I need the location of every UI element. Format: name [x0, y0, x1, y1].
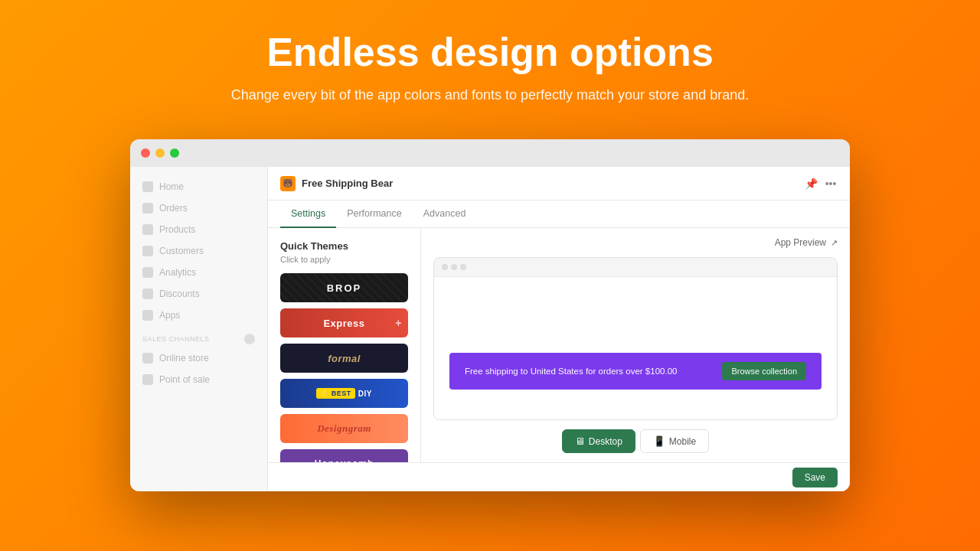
- hero-subtitle: Change every bit of the app colors and f…: [231, 85, 749, 106]
- sidebar: Home Orders Products Customers Analytics…: [130, 167, 268, 491]
- tab-advanced[interactable]: Advanced: [413, 201, 477, 228]
- top-bar-actions: 📌 •••: [804, 177, 838, 191]
- sidebar-item-online-store[interactable]: Online store: [130, 347, 267, 369]
- shipping-bar: Free shipping to United States for order…: [449, 353, 822, 390]
- theme-express[interactable]: Express +: [280, 308, 408, 337]
- hero-title: Endless design options: [231, 31, 749, 74]
- theme-formal[interactable]: formal: [280, 344, 408, 373]
- shipping-text: Free shipping to United States for order…: [465, 367, 677, 376]
- browser-dot-3: [460, 264, 466, 270]
- window-chrome: [130, 139, 850, 167]
- orders-icon: [142, 203, 153, 214]
- app-title: Free Shipping Bear: [302, 178, 393, 189]
- analytics-icon: [142, 267, 153, 278]
- main-content: 🐻 Free Shipping Bear 📌 ••• Settings Perf…: [268, 167, 850, 491]
- pin-icon[interactable]: 📌: [804, 177, 818, 191]
- theme-bestdiy[interactable]: ⭐ BEST DIY: [280, 379, 408, 408]
- close-button[interactable]: [141, 148, 150, 158]
- content-area: Quick Themes Click to apply BROP Express…: [268, 228, 850, 462]
- theme-designgram[interactable]: Designgram: [280, 414, 408, 443]
- mobile-button[interactable]: 📱 Mobile: [640, 429, 709, 453]
- top-bar: 🐻 Free Shipping Bear 📌 •••: [268, 167, 850, 201]
- app-body: Home Orders Products Customers Analytics…: [130, 167, 850, 491]
- app-window: Home Orders Products Customers Analytics…: [130, 139, 850, 491]
- save-button[interactable]: Save: [792, 468, 838, 487]
- mobile-icon: 📱: [653, 435, 665, 447]
- desktop-button[interactable]: 🖥 Desktop: [562, 429, 635, 453]
- preview-browser: Free shipping to United States for order…: [433, 257, 838, 420]
- preview-label: App Preview: [775, 237, 826, 248]
- app-title-row: 🐻 Free Shipping Bear: [280, 176, 393, 191]
- apps-icon: [142, 310, 153, 321]
- quick-themes-subtitle: Click to apply: [280, 255, 408, 264]
- products-icon: [142, 224, 153, 235]
- maximize-button[interactable]: [170, 148, 179, 158]
- sidebar-item-apps[interactable]: Apps: [130, 305, 267, 326]
- customers-icon: [142, 246, 153, 256]
- browser-dot-2: [451, 264, 457, 270]
- tab-settings[interactable]: Settings: [280, 201, 336, 228]
- external-link-icon[interactable]: ↗: [831, 238, 838, 248]
- sidebar-item-customers[interactable]: Customers: [130, 240, 267, 262]
- pos-icon: [142, 374, 153, 385]
- sidebar-item-analytics[interactable]: Analytics: [130, 262, 267, 283]
- browser-dot-1: [442, 264, 448, 270]
- online-store-icon: [142, 353, 153, 364]
- quick-themes-title: Quick Themes: [280, 240, 408, 252]
- section-add-icon: [244, 334, 255, 344]
- sidebar-item-pos[interactable]: Point of sale: [130, 369, 267, 390]
- minimize-button[interactable]: [155, 148, 165, 158]
- home-icon: [142, 181, 153, 192]
- bottom-bar: Save: [268, 462, 850, 491]
- theme-honeycomb[interactable]: Honeycomb: [280, 449, 408, 462]
- device-toggle: 🖥 Desktop 📱 Mobile: [433, 429, 838, 453]
- hero-section: Endless design options Change every bit …: [216, 0, 764, 121]
- sidebar-section-sales-channels: SALES CHANNELS: [130, 326, 267, 347]
- desktop-icon: 🖥: [575, 435, 585, 447]
- sidebar-item-products[interactable]: Products: [130, 219, 267, 240]
- tab-bar: Settings Performance Advanced: [268, 201, 850, 228]
- sidebar-item-home[interactable]: Home: [130, 176, 267, 197]
- tab-performance[interactable]: Performance: [336, 201, 413, 228]
- sidebar-item-discounts[interactable]: Discounts: [130, 283, 267, 305]
- sidebar-item-orders[interactable]: Orders: [130, 197, 267, 219]
- more-options-icon[interactable]: •••: [824, 177, 838, 191]
- browser-content: Free shipping to United States for order…: [434, 277, 837, 417]
- browser-dots: [434, 258, 837, 277]
- browse-collection-button[interactable]: Browse collection: [722, 362, 806, 380]
- app-icon: 🐻: [280, 176, 296, 191]
- right-panel: App Preview ↗ Free shipping to United St…: [421, 228, 850, 462]
- discounts-icon: [142, 289, 153, 299]
- left-panel: Quick Themes Click to apply BROP Express…: [268, 228, 421, 462]
- theme-brop[interactable]: BROP: [280, 273, 408, 302]
- preview-header: App Preview ↗: [433, 237, 838, 248]
